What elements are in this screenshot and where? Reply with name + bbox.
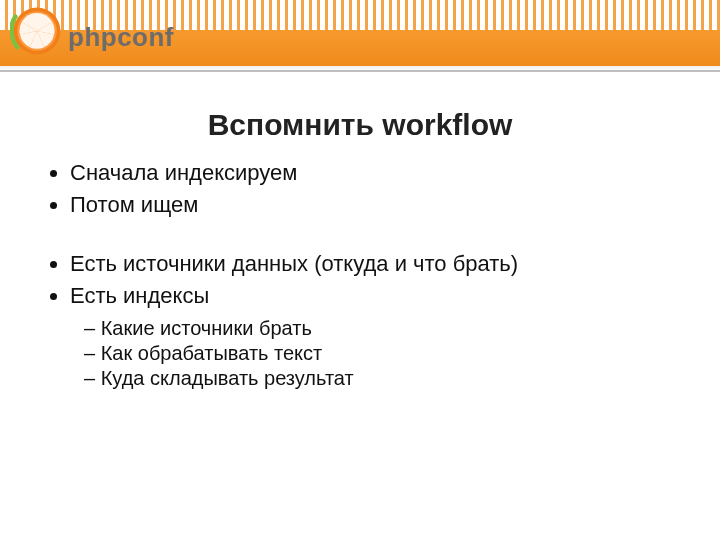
slide-content: Сначала индексируем Потом ищем Есть исто…: [42, 158, 680, 392]
brand-name: phpconf: [68, 22, 174, 53]
header-divider: [0, 70, 720, 72]
list-item: Куда складывать результат: [84, 367, 680, 390]
sub-bullet-list: Какие источники брать Как обрабатывать т…: [42, 317, 680, 390]
list-item: Есть источники данных (откуда и что брат…: [70, 249, 680, 279]
list-item: Потом ищем: [70, 190, 680, 220]
orange-slice-icon: [10, 4, 64, 58]
list-item: Как обрабатывать текст: [84, 342, 680, 365]
bullet-list-1: Сначала индексируем Потом ищем: [42, 158, 680, 219]
list-item: Какие источники брать: [84, 317, 680, 340]
bullet-list-2: Есть источники данных (откуда и что брат…: [42, 249, 680, 310]
spacer: [42, 221, 680, 249]
list-item: Сначала индексируем: [70, 158, 680, 188]
slide: phpconf Вспомнить workflow Сначала индек…: [0, 0, 720, 540]
slide-title: Вспомнить workflow: [0, 108, 720, 142]
list-item: Есть индексы: [70, 281, 680, 311]
slide-header: phpconf: [0, 0, 720, 88]
brand-logo: phpconf: [10, 4, 174, 58]
